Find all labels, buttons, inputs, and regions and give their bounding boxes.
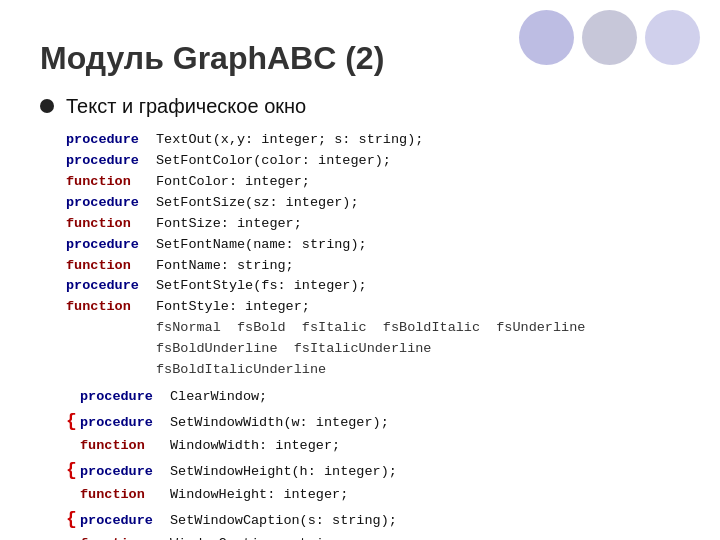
indent-block: fsNormal fsBold fsItalic fsBoldItalic fs… [156,318,680,381]
code-line-b4: { procedure SetWindowHeight(h: integer); [66,457,680,485]
kw-function-b5: function [80,485,170,506]
code-line-3: function FontColor: integer; [66,172,680,193]
code-text-b1: ClearWindow; [170,387,267,408]
kw-procedure-6: procedure [66,235,156,256]
bullet-section: Текст и графическое окно [40,95,680,118]
kw-function-b3: function [80,436,170,457]
code-line-b3: function WindowWidth: integer; [66,436,680,457]
kw-procedure-b1: procedure [80,387,170,408]
kw-function-9: function [66,297,156,318]
code-text-3: FontColor: integer; [156,172,310,193]
decorative-circles [519,10,700,65]
kw-procedure-b2: procedure [80,413,170,434]
code-text-4: SetFontSize(sz: integer); [156,193,359,214]
code-text-8: SetFontStyle(fs: integer); [156,276,367,297]
code-text-b4: SetWindowHeight(h: integer); [170,462,397,483]
kw-procedure-b4: procedure [80,462,170,483]
kw-function-b7: function [80,534,170,541]
code-text-b3: WindowWidth: integer; [170,436,340,457]
code-line-b2: { procedure SetWindowWidth(w: integer); [66,408,680,436]
code-line-5: function FontSize: integer; [66,214,680,235]
kw-procedure-8: procedure [66,276,156,297]
code-text-1: TextOut(x,y: integer; s: string); [156,130,423,151]
code-block-bottom: procedure ClearWindow; { procedure SetWi… [66,387,680,540]
code-line-6: procedure SetFontName(name: string); [66,235,680,256]
code-text-b6: SetWindowCaption(s: string); [170,511,397,532]
kw-procedure-1: procedure [66,130,156,151]
indent-line-1: fsNormal fsBold fsItalic fsBoldItalic fs… [156,318,680,339]
kw-procedure-4: procedure [66,193,156,214]
code-text-5: FontSize: integer; [156,214,302,235]
kw-function-7: function [66,256,156,277]
code-line-b6: { procedure SetWindowCaption(s: string); [66,506,680,534]
indent-line-2: fsBoldUnderline fsItalicUnderline [156,339,680,360]
kw-function-5: function [66,214,156,235]
code-text-b2: SetWindowWidth(w: integer); [170,413,389,434]
code-line-b1: procedure ClearWindow; [66,387,680,408]
code-line-b5: function WindowHeight: integer; [66,485,680,506]
code-text-b5: WindowHeight: integer; [170,485,348,506]
code-text-9: FontStyle: integer; [156,297,310,318]
circle-1 [519,10,574,65]
code-text-b7: WindowCaption: string; [170,534,348,541]
code-line-2: procedure SetFontColor(color: integer); [66,151,680,172]
bullet-dot [40,99,54,113]
brace-b4: { [66,457,80,485]
code-line-1: procedure TextOut(x,y: integer; s: strin… [66,130,680,151]
code-line-b7: function WindowCaption: string; [66,534,680,541]
indent-line-3: fsBoldItalicUnderline [156,360,680,381]
code-line-9: function FontStyle: integer; [66,297,680,318]
kw-procedure-2: procedure [66,151,156,172]
circle-3 [645,10,700,65]
code-line-4: procedure SetFontSize(sz: integer); [66,193,680,214]
code-text-6: SetFontName(name: string); [156,235,367,256]
code-text-2: SetFontColor(color: integer); [156,151,391,172]
code-line-7: function FontName: string; [66,256,680,277]
brace-b2: { [66,408,80,436]
code-text-7: FontName: string; [156,256,294,277]
circle-2 [582,10,637,65]
code-line-8: procedure SetFontStyle(fs: integer); [66,276,680,297]
kw-procedure-b6: procedure [80,511,170,532]
brace-b6: { [66,506,80,534]
code-block-top: procedure TextOut(x,y: integer; s: strin… [66,130,680,540]
kw-function-3: function [66,172,156,193]
slide-subtitle: Текст и графическое окно [66,95,306,118]
slide: Модуль GraphABC (2) Текст и графическое … [0,0,720,540]
